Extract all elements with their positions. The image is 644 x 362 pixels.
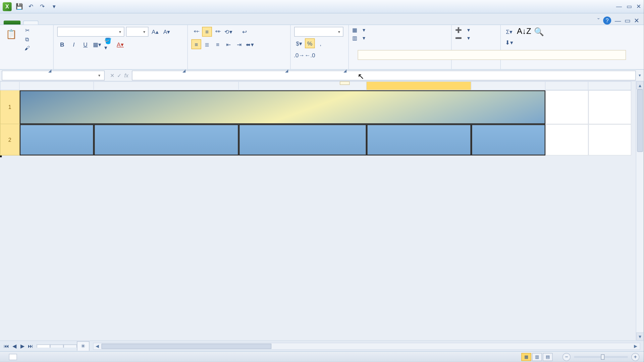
percent-style-icon[interactable]: % (305, 39, 315, 48)
sheet-tab-3[interactable] (63, 345, 77, 348)
zoom-out-icon[interactable]: − (562, 353, 571, 361)
col-header-f[interactable] (545, 81, 588, 90)
scroll-left-icon[interactable]: ◀ (94, 344, 102, 349)
cell[interactable] (588, 90, 631, 124)
conditional-formatting-button[interactable]: ▦▾ (352, 27, 365, 33)
prev-sheet-icon[interactable]: ◀ (11, 343, 18, 349)
title-cell[interactable] (20, 90, 546, 124)
sheet-tab-2[interactable] (50, 345, 63, 348)
cancel-formula-icon[interactable]: ✕ (110, 72, 114, 78)
font-size-combo[interactable]: ▾ (126, 27, 149, 37)
increase-decimal-icon[interactable]: .0→ (294, 50, 304, 60)
last-sheet-icon[interactable]: ⏭ (27, 343, 34, 349)
align-bottom-icon[interactable]: ⬵ (213, 27, 223, 37)
select-all-corner[interactable] (0, 81, 20, 90)
decrease-decimal-icon[interactable]: ←.0 (305, 50, 315, 60)
minimize-ribbon-icon[interactable]: ˇ (597, 17, 599, 24)
font-color-button[interactable]: A▾ (115, 39, 125, 49)
qat-customize-icon[interactable]: ▾ (50, 2, 58, 10)
horizontal-scrollbar[interactable]: ◀ ▶ (93, 343, 640, 350)
enter-formula-icon[interactable]: ✓ (117, 72, 121, 78)
save-icon[interactable]: 💾 (15, 2, 23, 10)
paste-button[interactable]: 📋 (4, 27, 19, 42)
close-icon[interactable]: ✕ (636, 3, 641, 10)
row-header-2[interactable]: 2 (0, 124, 20, 156)
col-header-e[interactable] (471, 81, 545, 90)
formula-input[interactable] (132, 70, 636, 80)
zoom-slider[interactable] (574, 356, 628, 358)
tab-view[interactable] (114, 20, 129, 24)
cell[interactable] (545, 124, 588, 156)
autosum-icon[interactable]: Σ▾ (504, 27, 514, 37)
row-header-1[interactable]: 1 (0, 90, 20, 124)
scroll-up-icon[interactable]: ▲ (636, 81, 644, 89)
tab-data[interactable] (84, 20, 99, 24)
sort-filter-button[interactable]: A↓Z (517, 27, 531, 37)
accounting-format-icon[interactable]: $▾ (294, 39, 304, 48)
sheet-tab-1[interactable] (37, 345, 50, 348)
header-date[interactable] (20, 124, 94, 156)
hscroll-thumb[interactable] (102, 343, 272, 349)
fill-color-button[interactable]: 🪣▾ (104, 39, 113, 49)
new-sheet-icon[interactable]: ✳ (77, 341, 89, 351)
tab-file[interactable] (4, 20, 21, 24)
find-select-button[interactable]: 🔍 (534, 27, 544, 38)
insert-cells-button[interactable]: ➕▾ (455, 27, 470, 33)
align-middle-icon[interactable]: ≡ (202, 27, 212, 37)
header-euro[interactable] (367, 124, 471, 156)
number-dialog-icon[interactable]: ◢ (343, 68, 346, 73)
font-name-combo[interactable]: ▾ (57, 27, 124, 37)
increase-indent-icon[interactable]: ⇥ (234, 39, 244, 49)
col-header-a[interactable] (20, 81, 94, 90)
align-right-icon[interactable]: ≡ (213, 39, 223, 49)
next-sheet-icon[interactable]: ▶ (19, 343, 26, 349)
border-button[interactable]: ▦▾ (92, 39, 102, 49)
tab-home[interactable] (23, 20, 38, 24)
normal-view-icon[interactable]: ▦ (521, 353, 531, 361)
tab-insert[interactable] (39, 20, 54, 24)
undo-icon[interactable]: ↶ (27, 2, 35, 10)
merge-center-icon[interactable]: ⬌▾ (245, 39, 255, 49)
expand-formula-icon[interactable]: ▾ (636, 73, 644, 78)
comma-style-icon[interactable]: , (316, 39, 325, 48)
page-layout-view-icon[interactable]: ▥ (532, 353, 542, 361)
maximize-icon[interactable]: ▭ (627, 3, 632, 10)
align-center-icon[interactable]: ≣ (202, 39, 212, 49)
cell[interactable] (545, 90, 588, 124)
col-header-d[interactable] (367, 81, 471, 90)
decrease-indent-icon[interactable]: ⇤ (224, 39, 233, 49)
scroll-down-icon[interactable]: ▼ (636, 333, 644, 341)
scroll-right-icon[interactable]: ▶ (632, 344, 640, 349)
window-close-icon[interactable]: ✕ (634, 17, 639, 24)
header-usd[interactable] (471, 124, 545, 156)
window-min-icon[interactable]: — (615, 17, 621, 24)
bold-button[interactable]: B (57, 39, 67, 49)
col-header-b[interactable] (94, 81, 239, 90)
delete-cells-button[interactable]: ➖▾ (455, 35, 470, 41)
orientation-icon[interactable]: ⟲▾ (224, 27, 233, 37)
tab-formulas[interactable] (69, 20, 84, 24)
number-format-combo[interactable]: ▾ (294, 27, 343, 37)
window-restore-icon[interactable]: ▭ (625, 17, 630, 24)
name-box[interactable]: ▾ (2, 70, 105, 80)
redo-icon[interactable]: ↷ (39, 2, 47, 10)
help-icon[interactable]: ? (603, 16, 611, 24)
copy-icon[interactable]: ⧉ (23, 36, 31, 43)
align-top-icon[interactable]: ⬴ (192, 27, 201, 37)
vertical-scrollbar[interactable]: ▲ ▼ (636, 81, 644, 341)
wrap-text-icon[interactable]: ↩ (239, 27, 249, 37)
shrink-font-icon[interactable]: A▾ (162, 27, 172, 37)
header-category[interactable] (239, 124, 367, 156)
minimize-icon[interactable]: — (616, 3, 622, 10)
tab-page-layout[interactable] (54, 20, 69, 24)
scroll-thumb[interactable] (637, 89, 643, 152)
fill-icon[interactable]: ⬇▾ (504, 38, 514, 47)
first-sheet-icon[interactable]: ⏮ (3, 343, 10, 349)
align-left-icon[interactable]: ≡ (192, 39, 201, 49)
excel-app-icon[interactable]: X (3, 2, 12, 11)
macro-record-icon[interactable] (9, 354, 17, 360)
fx-icon[interactable]: fx (124, 72, 128, 78)
col-header-g[interactable] (588, 81, 631, 90)
cut-icon[interactable]: ✂ (23, 27, 31, 34)
tab-review[interactable] (99, 20, 114, 24)
